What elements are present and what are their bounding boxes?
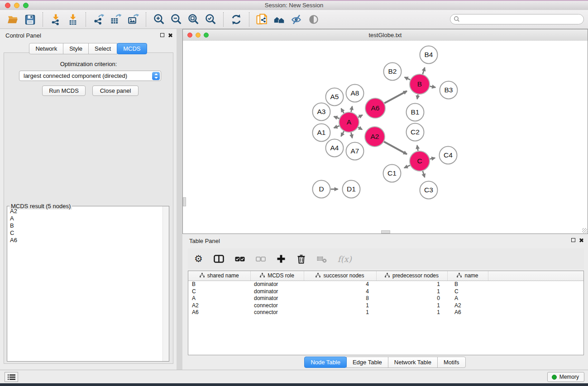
export-network-icon[interactable]	[92, 13, 105, 26]
node-A1[interactable]: A1	[313, 124, 330, 142]
edge-A-A8[interactable]	[351, 106, 353, 112]
column-header-MCDS-role[interactable]: MCDS role	[250, 271, 304, 281]
canvas-left-handle[interactable]	[183, 197, 186, 206]
criterion-select[interactable]: largest connected component (directed)	[19, 71, 161, 81]
column-header-shared-name[interactable]: shared name	[188, 271, 250, 281]
save-session-icon[interactable]	[24, 13, 36, 26]
node-C3[interactable]: C3	[420, 181, 438, 199]
node-A2[interactable]: A2	[365, 127, 385, 147]
zoom-selected-icon[interactable]	[204, 13, 217, 26]
houses-icon[interactable]	[273, 13, 286, 26]
node-C4[interactable]: C4	[440, 147, 457, 164]
result-item[interactable]: C	[7, 229, 163, 237]
close-panel-icon[interactable]	[168, 33, 173, 38]
edge-B-B2[interactable]	[405, 77, 410, 80]
node-A8[interactable]: A8	[346, 85, 364, 102]
show-columns-icon[interactable]	[214, 253, 224, 265]
result-item[interactable]: A	[7, 215, 163, 222]
result-item[interactable]: A6	[7, 237, 163, 244]
edge-C-C1[interactable]	[404, 165, 410, 168]
node-A3[interactable]: A3	[313, 103, 330, 121]
node-A[interactable]: A	[339, 112, 359, 132]
hide-eye-icon[interactable]	[290, 13, 303, 26]
edge-B-B3[interactable]	[430, 86, 436, 88]
column-header-predecessor-nodes[interactable]: predecessor nodes	[376, 271, 447, 281]
open-session-icon[interactable]	[6, 13, 19, 26]
float-panel-icon[interactable]	[160, 33, 164, 37]
edge-B-B1[interactable]	[417, 95, 418, 99]
node-A6[interactable]: A6	[365, 98, 385, 118]
table-row[interactable]: Cdominator41C	[188, 288, 583, 295]
result-item[interactable]: A2	[7, 208, 163, 215]
node-A5[interactable]: A5	[326, 88, 344, 106]
node-C[interactable]: C	[410, 151, 430, 171]
edge-A6-B[interactable]	[384, 91, 407, 103]
result-item[interactable]: B	[7, 222, 163, 229]
column-header-successor-nodes[interactable]: successor nodes	[304, 271, 376, 281]
show-eye-icon[interactable]	[307, 13, 320, 26]
edge-A-A6[interactable]	[358, 115, 362, 117]
table-row[interactable]: A6connector11A6	[188, 309, 583, 316]
zoom-in-icon[interactable]	[153, 13, 165, 26]
refresh-icon[interactable]	[230, 13, 243, 26]
table-settings-gear-icon[interactable]: ⚙	[194, 253, 203, 265]
export-image-icon[interactable]	[127, 13, 139, 26]
tab-node-table[interactable]: Node Table	[304, 357, 347, 368]
tab-select[interactable]: Select	[88, 43, 117, 54]
edge-A-A1[interactable]	[334, 126, 339, 128]
node-C2[interactable]: C2	[406, 124, 424, 141]
zoom-fit-icon[interactable]	[187, 13, 200, 26]
delete-column-trash-icon[interactable]	[296, 253, 306, 265]
node-B[interactable]: B	[410, 74, 430, 94]
edge-A2-C[interactable]	[384, 142, 407, 154]
import-network-icon[interactable]	[49, 13, 62, 26]
search-input[interactable]	[450, 14, 584, 24]
node-A4[interactable]: A4	[326, 139, 344, 157]
export-table-icon[interactable]	[110, 13, 122, 26]
edge-C-C3[interactable]	[423, 171, 425, 177]
edge-A-A5[interactable]	[341, 109, 344, 113]
table-row[interactable]: A2connector11A2	[188, 302, 583, 310]
column-header-name[interactable]: name	[447, 271, 488, 281]
edge-A-A7[interactable]	[351, 133, 353, 138]
tab-motifs[interactable]: Motifs	[437, 357, 466, 368]
edge-A-A2[interactable]	[358, 127, 362, 129]
edge-C-C2[interactable]	[417, 145, 418, 151]
network-canvas[interactable]: B4B2BB3A8A5A6A3B1AC2A1A2A4A7C4CC1DD1C3	[183, 41, 588, 234]
edge-A-A4[interactable]	[341, 131, 344, 136]
node-B1[interactable]: B1	[406, 104, 424, 121]
result-scrollbar[interactable]	[163, 206, 169, 361]
unselect-all-columns-icon[interactable]	[256, 253, 266, 265]
tab-edge-table[interactable]: Edge Table	[346, 357, 388, 368]
close-panel-icon[interactable]	[579, 238, 584, 243]
create-column-plus-icon[interactable]	[277, 253, 286, 265]
tab-mcds[interactable]: MCDS	[117, 43, 147, 54]
node-D1[interactable]: D1	[343, 181, 360, 198]
node-B2[interactable]: B2	[384, 63, 402, 81]
close-panel-button[interactable]: Close panel	[92, 86, 139, 96]
float-panel-icon[interactable]	[571, 238, 575, 242]
table-panel: Table Panel ⚙ f(x)	[182, 234, 588, 370]
zoom-out-icon[interactable]	[170, 13, 182, 26]
select-all-columns-icon[interactable]	[235, 253, 245, 265]
node-B4[interactable]: B4	[420, 46, 438, 64]
run-mcds-button[interactable]: Run MCDS	[42, 86, 86, 96]
node-A7[interactable]: A7	[346, 143, 364, 160]
resize-grip-icon[interactable]	[582, 228, 587, 233]
import-table-icon[interactable]	[67, 13, 79, 26]
table-row[interactable]: Adominator80A	[188, 295, 583, 302]
node-D[interactable]: D	[313, 181, 330, 198]
node-B3[interactable]: B3	[440, 81, 458, 99]
node-C1[interactable]: C1	[383, 165, 401, 182]
table-row[interactable]: Bdominator41B	[188, 281, 583, 288]
tab-network[interactable]: Network	[29, 43, 63, 54]
duplicate-network-icon[interactable]	[256, 13, 268, 26]
edge-C-C4[interactable]	[430, 158, 435, 159]
tab-network-table[interactable]: Network Table	[388, 357, 438, 368]
canvas-bottom-handle[interactable]	[381, 230, 390, 234]
task-history-button[interactable]	[5, 372, 18, 382]
tab-style[interactable]: Style	[63, 43, 89, 54]
edge-B-B4[interactable]	[423, 67, 425, 74]
memory-button[interactable]: Memory	[547, 372, 584, 382]
edge-A-A3[interactable]	[334, 116, 339, 118]
